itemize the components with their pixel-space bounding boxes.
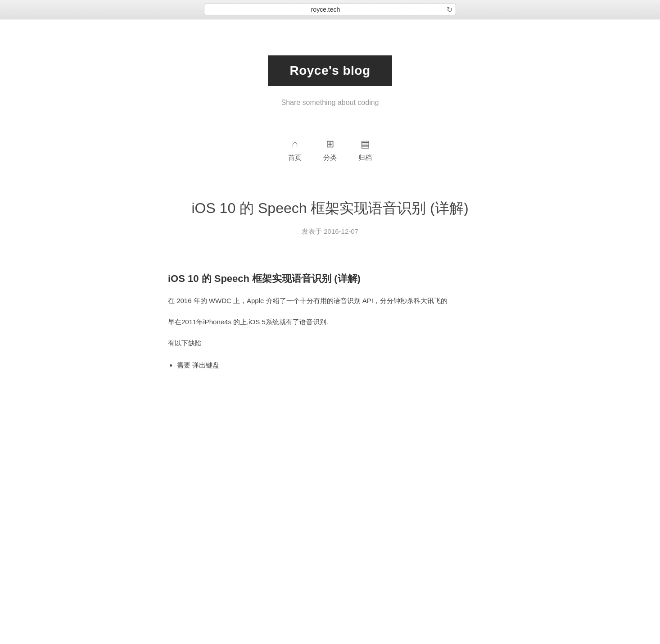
article-list: 需要 弹出键盘 [168, 358, 492, 372]
article-date: 发表于 2016-12-07 [168, 227, 492, 236]
page-content: Royce's blog Share something about codin… [0, 19, 660, 399]
site-subtitle: Share something about coding [9, 99, 651, 107]
nav-item-home[interactable]: ⌂ 首页 [288, 138, 302, 162]
reload-icon[interactable]: ↻ [447, 5, 452, 14]
article-title-center: iOS 10 的 Speech 框架实现语音识别 (详解) [168, 198, 492, 218]
article-heading: iOS 10 的 Speech 框架实现语音识别 (详解) [168, 272, 492, 286]
date-prefix: 发表于 [302, 227, 322, 235]
date-value: 2016-12-07 [324, 227, 358, 235]
address-bar-wrapper: royce.tech ↻ [204, 4, 456, 15]
home-icon: ⌂ [292, 138, 298, 150]
article-section: iOS 10 的 Speech 框架实现语音识别 (详解) 发表于 2016-1… [150, 198, 510, 399]
nav-label-categories: 分类 [323, 154, 337, 162]
nav-items: ⌂ 首页 ⊞ 分类 ▤ 归档 [288, 138, 372, 162]
site-title[interactable]: Royce's blog [268, 55, 392, 86]
list-item-1: 需要 弹出键盘 [177, 358, 492, 372]
site-nav: ⌂ 首页 ⊞ 分类 ▤ 归档 [0, 125, 660, 171]
nav-item-categories[interactable]: ⊞ 分类 [323, 138, 337, 162]
archive-icon: ▤ [361, 138, 370, 150]
site-header: Royce's blog Share something about codin… [0, 19, 660, 125]
nav-item-archive[interactable]: ▤ 归档 [358, 138, 372, 162]
nav-label-archive: 归档 [358, 154, 372, 162]
article-paragraph-1: 在 2016 年的 WWDC 上，Apple 介绍了一个十分有用的语音识别 AP… [168, 295, 492, 307]
article-paragraph-2: 早在2011年iPhone4s 的上,iOS 5系统就有了语音识别. [168, 316, 492, 328]
article-paragraph-3: 有以下缺陷 [168, 337, 492, 349]
browser-chrome: royce.tech ↻ [0, 0, 660, 19]
address-bar[interactable]: royce.tech [204, 4, 456, 15]
article-body: iOS 10 的 Speech 框架实现语音识别 (详解) 在 2016 年的 … [168, 263, 492, 372]
grid-icon: ⊞ [326, 138, 334, 150]
nav-label-home: 首页 [288, 154, 302, 162]
